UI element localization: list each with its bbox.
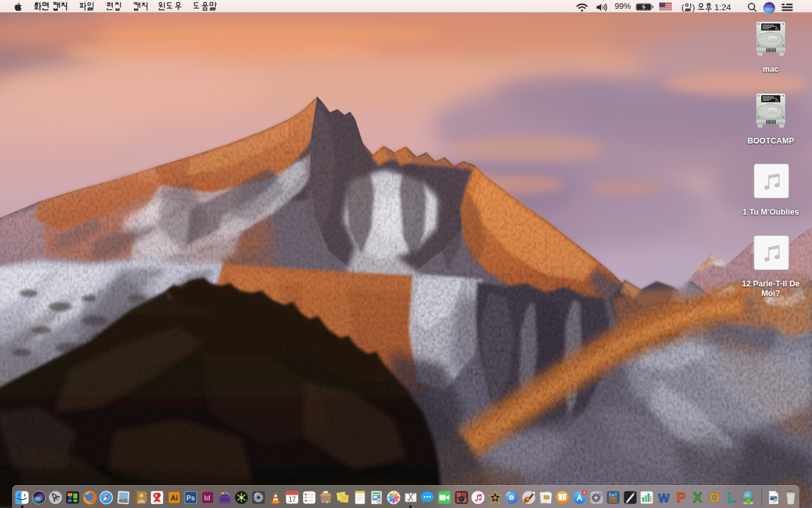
svg-text:Id: Id [204,494,211,502]
svg-text:MP4: MP4 [771,501,775,504]
svg-text:Ps: Ps [187,494,195,502]
svg-text:P: P [676,490,686,505]
svg-text:17: 17 [289,495,296,503]
svg-text:(: ( [681,3,684,12]
svg-text:): ) [692,3,695,12]
svg-text:Q: Q [322,498,325,502]
svg-text:O: O [709,490,720,505]
svg-text:Ai: Ai [171,494,178,502]
svg-text:L: L [727,490,735,505]
svg-text:W: W [658,491,670,505]
svg-text:X: X [693,490,702,505]
svg-text:1:24: 1:24 [714,3,731,12]
